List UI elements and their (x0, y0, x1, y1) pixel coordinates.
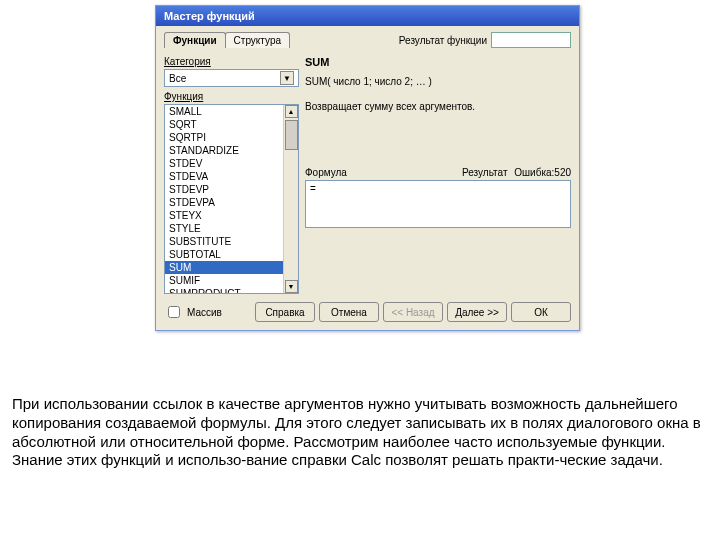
list-item[interactable]: SQRT (165, 118, 298, 131)
list-item[interactable]: SUBTOTAL (165, 248, 298, 261)
function-signature: SUM( число 1; число 2; … ) (305, 76, 571, 87)
formula-input[interactable]: = (305, 180, 571, 228)
array-checkbox-input[interactable] (168, 306, 180, 318)
result-value: Ошибка:520 (514, 167, 571, 178)
function-wizard-dialog: Мастер функций Функции Структура Результ… (155, 5, 580, 331)
array-checkbox-label: Массив (187, 307, 222, 318)
button-row: Справка Отмена << Назад Далее >> ОК (255, 302, 571, 322)
array-checkbox[interactable]: Массив (164, 303, 222, 321)
selected-function-name: SUM (305, 56, 571, 68)
body-area: Категория Все ▼ Функция SMALLSQRTSQRTPIS… (164, 52, 571, 294)
scroll-thumb[interactable] (285, 120, 298, 150)
list-item[interactable]: STDEVA (165, 170, 298, 183)
dialog-content: Функции Структура Результат функции Кате… (156, 26, 579, 330)
category-label: Категория (164, 56, 299, 67)
list-item[interactable]: STEYX (165, 209, 298, 222)
function-label: Функция (164, 91, 299, 102)
list-item[interactable]: STDEV (165, 157, 298, 170)
back-button[interactable]: << Назад (383, 302, 443, 322)
scroll-down-icon[interactable]: ▼ (285, 280, 298, 293)
left-column: Категория Все ▼ Функция SMALLSQRTSQRTPIS… (164, 52, 299, 294)
chevron-down-icon[interactable]: ▼ (280, 71, 294, 85)
cancel-button[interactable]: Отмена (319, 302, 379, 322)
function-listbox[interactable]: SMALLSQRTSQRTPISTANDARDIZESTDEVSTDEVASTD… (164, 104, 299, 294)
list-item[interactable]: SUBSTITUTE (165, 235, 298, 248)
list-item[interactable]: SUM (165, 261, 298, 274)
list-item[interactable]: SMALL (165, 105, 298, 118)
function-result-field (491, 32, 571, 48)
function-result: Результат функции (399, 32, 571, 48)
list-item[interactable]: STYLE (165, 222, 298, 235)
scroll-up-icon[interactable]: ▲ (285, 105, 298, 118)
result-label: Результат (462, 167, 507, 178)
tab-functions[interactable]: Функции (164, 32, 226, 48)
list-item[interactable]: SUMIF (165, 274, 298, 287)
right-column: SUM SUM( число 1; число 2; … ) Возвращае… (305, 52, 571, 294)
category-dropdown[interactable]: Все ▼ (164, 69, 299, 87)
list-item[interactable]: STANDARDIZE (165, 144, 298, 157)
window-title: Мастер функций (164, 10, 255, 22)
tab-bar: Функции Структура (164, 32, 289, 48)
function-description: Возвращает сумму всех аргументов. (305, 101, 571, 161)
bottom-row: Массив Справка Отмена << Назад Далее >> … (164, 302, 571, 322)
scrollbar[interactable]: ▲ ▼ (283, 105, 298, 293)
tab-structure[interactable]: Структура (225, 32, 290, 48)
formula-label: Формула (305, 167, 347, 178)
titlebar[interactable]: Мастер функций (156, 6, 579, 26)
help-button[interactable]: Справка (255, 302, 315, 322)
list-item[interactable]: SQRTPI (165, 131, 298, 144)
ok-button[interactable]: ОК (511, 302, 571, 322)
list-item[interactable]: STDEVPA (165, 196, 298, 209)
list-item[interactable]: STDEVP (165, 183, 298, 196)
top-row: Функции Структура Результат функции (164, 32, 571, 48)
formula-header: Формула Результат Ошибка:520 (305, 167, 571, 178)
list-item[interactable]: SUMPRODUCT (165, 287, 298, 294)
next-button[interactable]: Далее >> (447, 302, 507, 322)
result-area: Результат Ошибка:520 (462, 167, 571, 178)
category-value: Все (169, 73, 186, 84)
body-paragraph: При использовании ссылок в качестве аргу… (12, 395, 708, 470)
function-result-label: Результат функции (399, 35, 487, 46)
